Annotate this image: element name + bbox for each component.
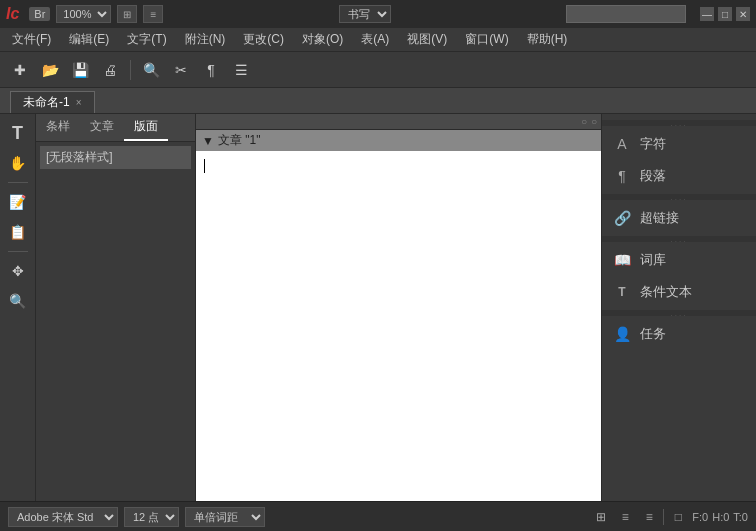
writing-mode-select[interactable]: 书写 <box>339 5 391 23</box>
rp-paragraph[interactable]: ¶ 段落 <box>602 160 756 192</box>
minimize-button[interactable]: — <box>700 7 714 21</box>
rp-character-label: 字符 <box>640 135 666 153</box>
find-button[interactable]: 🔍 <box>139 58 163 82</box>
status-bar: Adobe 宋体 Std 12 点 单倍词距 ⊞ ≡ ≡ □ F:0 H:0 T… <box>0 501 756 531</box>
lt-separator-2 <box>8 251 28 252</box>
window-controls: — □ ✕ <box>700 7 750 21</box>
main-layout: T ✋ 📝 📋 ✥ 🔍 条样 文章 版面 [无段落样式] ○ ○ <box>0 114 756 501</box>
left-toolbar: T ✋ 📝 📋 ✥ 🔍 <box>0 114 36 501</box>
status-icon-4[interactable]: □ <box>668 507 688 527</box>
paragraph-icon: ¶ <box>612 166 632 186</box>
field-f: F:0 <box>692 511 708 523</box>
styles-content: [无段落样式] <box>36 142 195 501</box>
story-title: 文章 "1" <box>218 132 261 149</box>
rp-task[interactable]: 👤 任务 <box>602 318 756 350</box>
line-spacing-select[interactable]: 单倍词距 <box>185 507 265 527</box>
app-logo: Ic <box>6 5 19 23</box>
rp-hyperlink[interactable]: 🔗 超链接 <box>602 202 756 234</box>
tab-close-icon[interactable]: × <box>76 97 82 108</box>
tab-bar: 未命名-1 × <box>0 88 756 114</box>
rp-conditional-text[interactable]: T 条件文本 <box>602 276 756 308</box>
search-input[interactable] <box>566 5 686 23</box>
rp-task-label: 任务 <box>640 325 666 343</box>
tab-article[interactable]: 文章 <box>80 114 124 141</box>
menu-bar: 文件(F) 编辑(E) 文字(T) 附注(N) 更改(C) 对象(O) 表(A)… <box>0 28 756 52</box>
rp-paragraph-label: 段落 <box>640 167 666 185</box>
lt-separator-1 <box>8 182 28 183</box>
save-button[interactable]: 💾 <box>68 58 92 82</box>
rp-separator-3 <box>602 236 756 242</box>
rp-separator-top <box>602 120 756 126</box>
note-tool[interactable]: 📋 <box>5 219 31 245</box>
toolbar: ✚ 📂 💾 🖨 🔍 ✂ ¶ ☰ <box>0 52 756 88</box>
story-header[interactable]: ▼ 文章 "1" <box>196 130 601 151</box>
right-panel: A 字符 ¶ 段落 🔗 超链接 📖 词库 T 条件文本 👤 任务 <box>601 114 756 501</box>
title-bar: Ic Br 100% ⊞ ≡ 书写 — □ ✕ <box>0 0 756 28</box>
doc-content: ▼ 文章 "1" <box>196 130 601 501</box>
content-wrapper: ○ ○ ▼ 文章 "1" <box>196 114 601 501</box>
menu-icon[interactable]: ☰ <box>229 58 253 82</box>
menu-window[interactable]: 窗口(W) <box>457 29 516 50</box>
task-icon: 👤 <box>612 324 632 344</box>
document-tab[interactable]: 未命名-1 × <box>10 91 95 113</box>
pencil-tool[interactable]: 📝 <box>5 189 31 215</box>
styles-panel: 条样 文章 版面 [无段落样式] <box>36 114 196 501</box>
hand-tool[interactable]: ✋ <box>5 150 31 176</box>
toolbar-separator-1 <box>130 60 131 80</box>
menu-change[interactable]: 更改(C) <box>235 29 292 50</box>
rp-separator-4 <box>602 310 756 316</box>
status-sep <box>663 509 664 525</box>
ruler-icon-2[interactable]: ○ <box>591 116 597 127</box>
rp-separator-2 <box>602 194 756 200</box>
layout-btn[interactable]: ≡ <box>143 5 163 23</box>
status-icon-2[interactable]: ≡ <box>615 507 635 527</box>
menu-file[interactable]: 文件(F) <box>4 29 59 50</box>
para-style-none[interactable]: [无段落样式] <box>40 146 191 169</box>
title-center: 书写 <box>169 5 560 23</box>
conditional-icon: T <box>612 282 632 302</box>
ruler-bar: ○ ○ <box>196 114 601 130</box>
menu-table[interactable]: 表(A) <box>353 29 397 50</box>
menu-help[interactable]: 帮助(H) <box>519 29 576 50</box>
text-area[interactable] <box>196 151 601 501</box>
zoom-select[interactable]: 100% <box>56 5 111 23</box>
rp-thesaurus[interactable]: 📖 词库 <box>602 244 756 276</box>
character-icon: A <box>612 134 632 154</box>
move-tool[interactable]: ✥ <box>5 258 31 284</box>
ruler-icon-1[interactable]: ○ <box>581 116 587 127</box>
tab-layout[interactable]: 版面 <box>124 114 168 141</box>
paragraph-button[interactable]: ¶ <box>199 58 223 82</box>
tab-label: 未命名-1 <box>23 94 70 111</box>
status-icon-1[interactable]: ⊞ <box>591 507 611 527</box>
zoom-tool[interactable]: 🔍 <box>5 288 31 314</box>
menu-edit[interactable]: 编辑(E) <box>61 29 117 50</box>
text-tool[interactable]: T <box>5 120 31 146</box>
story-collapse-icon[interactable]: ▼ <box>202 134 214 148</box>
rp-character[interactable]: A 字符 <box>602 128 756 160</box>
new-button[interactable]: ✚ <box>8 58 32 82</box>
hyperlink-icon: 🔗 <box>612 208 632 228</box>
ruler-controls: ○ ○ <box>581 116 597 127</box>
text-cursor <box>204 159 205 173</box>
tab-strips[interactable]: 条样 <box>36 114 80 141</box>
menu-object[interactable]: 对象(O) <box>294 29 351 50</box>
menu-note[interactable]: 附注(N) <box>177 29 234 50</box>
open-button[interactable]: 📂 <box>38 58 62 82</box>
rp-conditional-label: 条件文本 <box>640 283 692 301</box>
font-family-select[interactable]: Adobe 宋体 Std <box>8 507 118 527</box>
rp-thesaurus-label: 词库 <box>640 251 666 269</box>
rp-hyperlink-label: 超链接 <box>640 209 679 227</box>
menu-text[interactable]: 文字(T) <box>119 29 174 50</box>
font-size-select[interactable]: 12 点 <box>124 507 179 527</box>
styles-tabs: 条样 文章 版面 <box>36 114 195 142</box>
close-button[interactable]: ✕ <box>736 7 750 21</box>
bridge-button[interactable]: Br <box>29 7 50 21</box>
maximize-button[interactable]: □ <box>718 7 732 21</box>
cut-button[interactable]: ✂ <box>169 58 193 82</box>
view-mode-btn[interactable]: ⊞ <box>117 5 137 23</box>
status-icon-3[interactable]: ≡ <box>639 507 659 527</box>
print-button[interactable]: 🖨 <box>98 58 122 82</box>
field-t: T:0 <box>733 511 748 523</box>
menu-view[interactable]: 视图(V) <box>399 29 455 50</box>
thesaurus-icon: 📖 <box>612 250 632 270</box>
